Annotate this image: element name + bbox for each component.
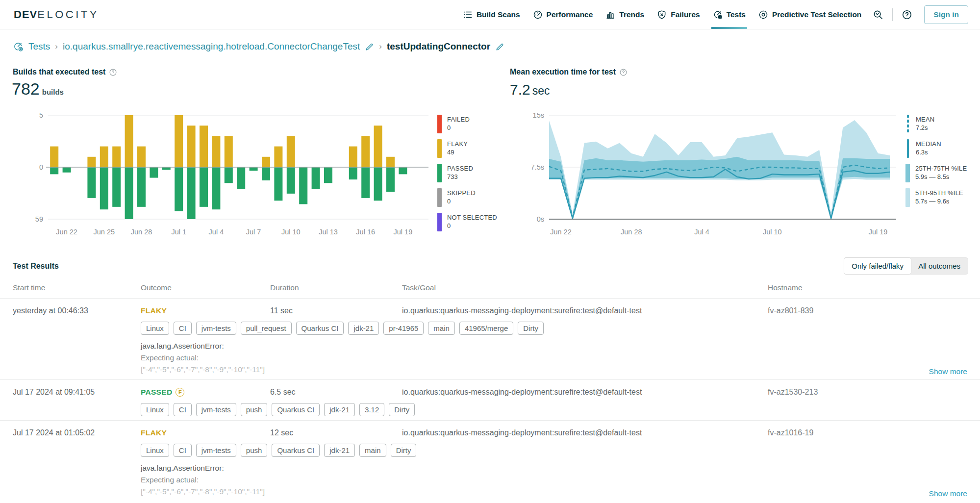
- svg-text:Jun 28: Jun 28: [131, 228, 152, 236]
- outcome-label: FLAKY: [141, 428, 167, 437]
- nav-item-tests[interactable]: Tests: [706, 0, 752, 29]
- develocity-logo[interactable]: DEV ELOCITY: [14, 8, 99, 21]
- performance-icon: [533, 10, 543, 20]
- tests-icon: [713, 10, 723, 20]
- failures-icon: [657, 10, 667, 20]
- nav-item-label: Tests: [727, 10, 746, 19]
- tag-chip: jdk-21: [324, 403, 355, 416]
- legend-value: 0: [447, 197, 476, 205]
- legend-label: PASSED: [447, 164, 473, 173]
- column-header-task-goal: Task/Goal: [402, 283, 768, 292]
- cell-hostname: fv-az1530-213: [768, 388, 967, 397]
- error-message: java.lang.AssertionError:Expecting actua…: [141, 340, 967, 376]
- legend-item: FLAKY49: [437, 139, 497, 158]
- breadcrumb-test-name: testUpdatingConnector: [387, 41, 490, 52]
- nav-item-label: Performance: [547, 10, 593, 19]
- svg-text:Jul 10: Jul 10: [763, 228, 782, 236]
- nav-item-trends[interactable]: Trends: [599, 0, 651, 29]
- svg-text:Jul 16: Jul 16: [356, 228, 375, 236]
- tests-breadcrumb-icon: [13, 41, 24, 52]
- legend-value: 733: [447, 173, 473, 181]
- cell-start-time: Jul 17 2024 at 09:41:05: [13, 388, 141, 397]
- show-more-link[interactable]: Show more: [929, 489, 967, 498]
- tag-chip: Dirty: [391, 444, 417, 457]
- legend-item: NOT SELECTED0: [437, 213, 497, 231]
- toggle-all-outcomes[interactable]: All outcomes: [911, 258, 968, 274]
- tag-chip: pr-41965: [383, 322, 424, 335]
- svg-text:0: 0: [39, 163, 43, 171]
- builds-chart-legend: FAILED0FLAKY49PASSED733SKIPPED0NOT SELEC…: [437, 115, 497, 231]
- svg-text:Jun 22: Jun 22: [550, 228, 572, 236]
- execution-time-legend: MEAN7.2sMEDIAN6.3s25TH-75TH %ILE5.9s — 8…: [905, 115, 967, 207]
- tag-chip: Quarkus CI: [272, 444, 320, 457]
- legend-label: FAILED: [447, 115, 470, 124]
- mean-time-help-icon[interactable]: [619, 68, 628, 76]
- test-result-row[interactable]: Jul 17 2024 at 09:41:05PASSEDF6.5 secio.…: [0, 379, 980, 420]
- svg-text:Jul 7: Jul 7: [246, 228, 261, 236]
- svg-text:Jul 4: Jul 4: [209, 228, 224, 236]
- cell-duration: 11 sec: [270, 306, 402, 315]
- legend-label: NOT SELECTED: [447, 213, 497, 222]
- help-icon[interactable]: [902, 9, 912, 20]
- tag-list: LinuxCIjvm-testspushQuarkus CIjdk-213.12…: [141, 403, 967, 416]
- test-result-row[interactable]: Jul 17 2024 at 01:05:02FLAKY12 secio.qua…: [0, 420, 980, 502]
- breadcrumb-class-link[interactable]: io.quarkus.smallrye.reactivemessaging.ho…: [63, 41, 360, 52]
- test-results-heading: Test Results: [13, 262, 59, 271]
- cell-start-time: Jul 17 2024 at 01:05:02: [13, 428, 141, 437]
- nav-item-performance[interactable]: Performance: [527, 0, 600, 29]
- column-header-hostname: Hostname: [768, 283, 967, 292]
- legend-item: MEAN7.2s: [905, 115, 967, 133]
- legend-value: 0: [447, 222, 497, 230]
- edit-class-name-icon[interactable]: [365, 42, 374, 51]
- legend-value: 0: [447, 124, 470, 132]
- predictive-icon: [758, 10, 768, 20]
- legend-swatch: [437, 213, 442, 231]
- legend-item: SKIPPED0: [437, 188, 497, 207]
- svg-text:Jul 10: Jul 10: [281, 228, 301, 236]
- tag-chip: jvm-tests: [196, 322, 236, 335]
- tag-chip: CI: [174, 444, 192, 457]
- build-scans-icon: [463, 10, 473, 20]
- tag-chip: push: [241, 444, 268, 457]
- legend-swatch: [437, 139, 442, 158]
- top-navigation-bar: DEV ELOCITY Build ScansPerformanceTrends…: [0, 0, 980, 29]
- legend-label: 5TH-95TH %ILE: [915, 189, 963, 197]
- svg-text:15s: 15s: [533, 111, 544, 119]
- tag-chip: Quarkus CI: [296, 322, 344, 335]
- cell-start-time: yesterday at 00:46:33: [13, 306, 141, 315]
- test-result-row[interactable]: yesterday at 00:46:33FLAKY11 secio.quark…: [0, 298, 980, 379]
- breadcrumb: Tests › io.quarkus.smallrye.reactivemess…: [13, 41, 504, 52]
- tag-chip: jdk-21: [324, 444, 355, 457]
- tag-chip: Dirty: [389, 403, 415, 416]
- mean-time-chart-title: Mean execution time for test: [510, 68, 628, 76]
- error-line: java.lang.AssertionError:: [141, 462, 967, 474]
- tag-chip: CI: [174, 322, 192, 335]
- svg-text:0s: 0s: [537, 215, 544, 223]
- logo-text-bold: DEV: [14, 8, 37, 21]
- cell-outcome: FLAKY: [141, 306, 270, 315]
- search-icon[interactable]: [873, 9, 883, 20]
- breadcrumb-tests-link[interactable]: Tests: [28, 41, 50, 52]
- logo-text: ELOCITY: [37, 8, 99, 21]
- error-line: Expecting actual:: [141, 352, 967, 364]
- cell-outcome: PASSEDF: [141, 388, 270, 397]
- legend-item: 5TH-95TH %ILE5.7s — 9.6s: [905, 188, 967, 207]
- legend-swatch: [907, 115, 909, 133]
- tag-list: LinuxCIjvm-testspushQuarkus CIjdk-21main…: [141, 444, 967, 457]
- edit-test-name-icon[interactable]: [495, 42, 504, 51]
- nav-divider: [892, 8, 893, 21]
- nav-item-label: Trends: [619, 10, 644, 19]
- trends-icon: [605, 10, 615, 20]
- nav-item-failures[interactable]: Failures: [651, 0, 706, 29]
- show-more-link[interactable]: Show more: [929, 367, 967, 376]
- legend-value: 5.7s — 9.6s: [915, 197, 963, 205]
- legend-label: MEAN: [916, 115, 934, 124]
- error-line: ["-4","-5","-6","-7","-8","-9","-10","-1…: [141, 364, 967, 376]
- tag-chip: Linux: [141, 322, 169, 335]
- nav-item-predictive-test-selection[interactable]: Predictive Test Selection: [752, 0, 868, 29]
- toggle-only-failed-flaky[interactable]: Only failed/flaky: [844, 258, 911, 274]
- sign-in-button[interactable]: Sign in: [924, 5, 968, 24]
- nav-item-build-scans[interactable]: Build Scans: [456, 0, 527, 29]
- builds-help-icon[interactable]: [109, 68, 117, 76]
- main-nav: Build ScansPerformanceTrendsFailuresTest…: [456, 0, 868, 29]
